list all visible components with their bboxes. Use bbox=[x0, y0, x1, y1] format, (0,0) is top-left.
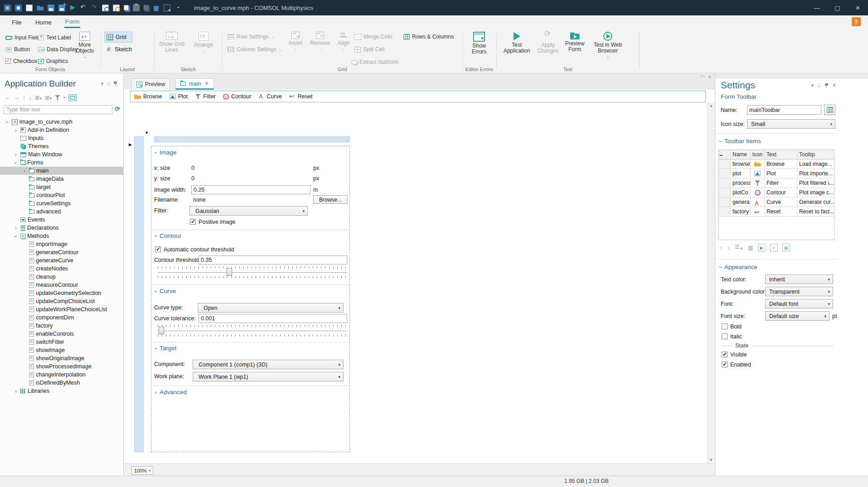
zoom-level-select[interactable]: 100% ▾ bbox=[131, 466, 153, 475]
toolbar-item-row[interactable]: factory Reset Reset to fact... bbox=[719, 207, 834, 217]
select-region-icon[interactable] bbox=[164, 5, 170, 11]
panel-menu-icon[interactable]: ▾ bbox=[811, 82, 814, 88]
image-width-input[interactable]: 0.25 bbox=[191, 185, 310, 194]
customize-toolbar-icon[interactable] bbox=[175, 5, 181, 11]
section-target[interactable]: › Target bbox=[155, 345, 177, 352]
form-toolbar-button[interactable]: Plot bbox=[170, 93, 188, 100]
toolbar-item-name[interactable]: plot bbox=[731, 169, 751, 178]
move-up-icon[interactable]: ↑ bbox=[720, 244, 723, 251]
delete-icon[interactable] bbox=[153, 5, 160, 11]
toolbar-item-text[interactable]: Contour bbox=[765, 188, 797, 198]
more-objects-button[interactable]: More Objects ⌄ bbox=[72, 30, 98, 58]
extract-subform-button[interactable]: Extract Subform bbox=[352, 59, 398, 65]
maximize-button[interactable]: ▢ bbox=[827, 0, 848, 15]
find-icon[interactable] bbox=[102, 5, 109, 11]
toolbar-item-row[interactable]: plotCo... Contour Plot image c... bbox=[719, 188, 834, 198]
back-icon[interactable]: ← bbox=[5, 94, 10, 101]
tree-item[interactable]: enableControls bbox=[0, 330, 123, 338]
tree-item[interactable]: updateWorkPlaneChoiceList bbox=[0, 305, 123, 313]
form-toolbar-button[interactable]: Contour bbox=[223, 93, 251, 100]
tree-item[interactable]: image_to_curve.mph bbox=[0, 118, 123, 126]
panel-pin-icon[interactable] bbox=[825, 83, 828, 87]
toolbar-item-name[interactable]: plotCo... bbox=[731, 188, 751, 198]
panel-close-icon[interactable]: ✕ bbox=[832, 82, 836, 88]
test-application-button[interactable]: Test Application bbox=[500, 30, 533, 54]
toolbar-item-tooltip[interactable]: Plot importe... bbox=[797, 169, 834, 178]
move-down-icon[interactable]: ↓ bbox=[29, 94, 32, 101]
toolbar-item-name[interactable]: browse bbox=[731, 159, 751, 169]
minimize-button[interactable]: — bbox=[807, 0, 827, 15]
text-color-select[interactable]: Inherit bbox=[765, 275, 833, 284]
scroll-up-icon[interactable]: ▲ bbox=[709, 104, 713, 108]
name-input[interactable]: mainToolbar bbox=[747, 105, 821, 115]
left-column-band[interactable] bbox=[134, 136, 144, 452]
toolbar-item-text[interactable]: Curve bbox=[765, 198, 797, 207]
section-image[interactable]: › Image bbox=[155, 149, 177, 156]
toolbar-item-tooltip[interactable]: Plot image c... bbox=[797, 188, 834, 198]
column-header-icon[interactable]: Icon bbox=[751, 150, 765, 159]
tree-item[interactable]: createNodes bbox=[0, 265, 123, 273]
toolbar-item-tooltip[interactable]: Reset to fact... bbox=[797, 207, 834, 217]
tree-expander-icon[interactable] bbox=[13, 226, 19, 231]
open-file-icon[interactable] bbox=[37, 5, 44, 11]
form-object-button[interactable]: Graphics bbox=[38, 58, 78, 64]
column-settings-button[interactable]: Column Settings ⌄ bbox=[228, 46, 282, 53]
tree-item[interactable]: Methods bbox=[0, 232, 123, 240]
tree-item[interactable]: showProcessedImage bbox=[0, 362, 123, 371]
tree-item[interactable]: measureContour bbox=[0, 281, 123, 289]
collapse-all-icon[interactable]: ≣▾ bbox=[35, 94, 42, 101]
show-errors-button[interactable]: Show Errors bbox=[465, 30, 493, 55]
row-settings-button[interactable]: Row Settings ⌄ bbox=[228, 34, 274, 40]
add-toggle-item-icon[interactable]: ✓ bbox=[770, 244, 778, 251]
move-up-icon[interactable]: ↑ bbox=[23, 94, 26, 101]
section-appearance[interactable]: › Appearance bbox=[720, 264, 757, 270]
tree-item[interactable]: isDefinedByMesh bbox=[0, 379, 123, 387]
tree-expander-icon[interactable] bbox=[5, 120, 10, 125]
toolbar-item-row[interactable]: browse Browse Load image... bbox=[719, 159, 834, 169]
tree-item[interactable]: Add-in Definition bbox=[0, 126, 123, 134]
tree-item[interactable]: curveSettings bbox=[0, 199, 123, 207]
curve-type-select[interactable]: Open bbox=[198, 303, 344, 313]
toolbar-item-row[interactable]: process Filter Plot filtered i... bbox=[719, 178, 834, 188]
split-cell-button[interactable]: Split Cell bbox=[354, 46, 384, 53]
go-to-node-button[interactable] bbox=[824, 105, 835, 115]
toolbar-item-name[interactable]: genera... bbox=[731, 198, 751, 207]
toolbar-item-name[interactable]: factory bbox=[731, 207, 751, 217]
close-tab-icon[interactable]: ✕ bbox=[205, 81, 209, 87]
save-as-icon[interactable] bbox=[58, 5, 65, 11]
help-button[interactable]: ? bbox=[852, 17, 861, 26]
tab-form[interactable]: Form bbox=[64, 16, 81, 28]
tree-item[interactable]: imageData bbox=[0, 175, 123, 183]
sketch-mode-button[interactable]: Sketch bbox=[104, 44, 132, 54]
slider-thumb[interactable] bbox=[227, 268, 232, 276]
enabled-checkbox[interactable] bbox=[722, 362, 727, 367]
tab-home[interactable]: Home bbox=[34, 17, 53, 28]
new-file-icon[interactable] bbox=[26, 5, 33, 11]
visible-checkbox[interactable] bbox=[722, 352, 727, 357]
tree-item[interactable]: Main Window bbox=[0, 150, 123, 159]
auto-contour-threshold-checkbox[interactable] bbox=[155, 246, 161, 252]
form-object-button[interactable]: Button bbox=[5, 46, 38, 53]
tree-item[interactable]: factory bbox=[0, 322, 123, 330]
curve-tolerance-input[interactable]: 0.001 bbox=[199, 314, 347, 323]
tree-item[interactable]: showOriginalImage bbox=[0, 354, 123, 362]
tree-item[interactable]: Themes bbox=[0, 142, 123, 150]
tree-item[interactable]: switchFilter bbox=[0, 338, 123, 346]
form-toolbar-button[interactable]: Reset bbox=[289, 93, 313, 100]
grid-mode-button[interactable]: Grid bbox=[104, 32, 132, 43]
toolbar-item-text[interactable]: Reset bbox=[765, 207, 797, 217]
tab-main[interactable]: main ✕ bbox=[175, 78, 213, 90]
find-replace-icon[interactable] bbox=[113, 5, 120, 11]
form-object-button[interactable]: Checkbox bbox=[5, 58, 38, 64]
align-button[interactable]: Align ⌄ bbox=[334, 30, 354, 50]
tree-expander-icon[interactable] bbox=[13, 128, 19, 133]
show-grid-lines-button[interactable]: Show Grid Lines bbox=[158, 30, 186, 53]
contour-threshold-slider[interactable] bbox=[158, 266, 347, 278]
toolbar-item-tooltip[interactable]: Plot filtered i... bbox=[797, 178, 834, 188]
delete-item-icon[interactable]: ☰✕ bbox=[735, 244, 743, 251]
tree-expander-icon[interactable] bbox=[13, 389, 19, 394]
component-select[interactable]: Component 1 (comp1) (3D) bbox=[193, 360, 344, 369]
arrange-button[interactable]: Arrange ⌄ bbox=[190, 30, 217, 52]
panel-pin-icon[interactable] bbox=[114, 82, 117, 86]
tree-item[interactable]: Libraries bbox=[0, 387, 123, 395]
